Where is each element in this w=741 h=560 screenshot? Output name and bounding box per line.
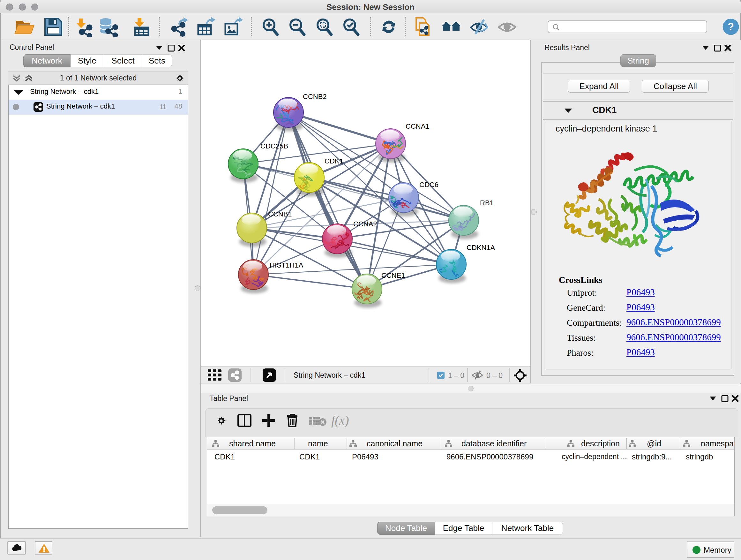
svg-text:CDC25B: CDC25B (260, 142, 288, 150)
svg-text:RB1: RB1 (480, 199, 494, 207)
svg-text:CDC6: CDC6 (419, 181, 439, 189)
svg-text:CDK1: CDK1 (325, 157, 343, 165)
svg-text:?: ? (728, 21, 734, 33)
svg-text:CCNB1: CCNB1 (268, 210, 292, 218)
svg-text:CCNA2: CCNA2 (353, 220, 377, 228)
svg-text:CDKN1A: CDKN1A (467, 244, 495, 252)
svg-text:CCNA1: CCNA1 (406, 122, 429, 130)
svg-text:HIST1H1A: HIST1H1A (270, 261, 303, 269)
svg-text:CCNE1: CCNE1 (381, 271, 405, 279)
svg-text:CCNB2: CCNB2 (303, 92, 327, 101)
